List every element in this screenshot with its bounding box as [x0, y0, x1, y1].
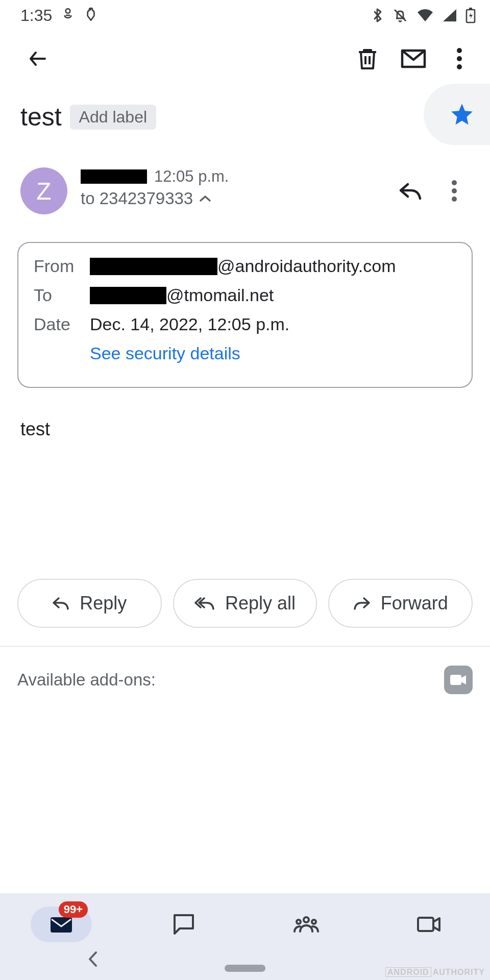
svg-point-5 [457, 48, 462, 53]
status-time: 1:35 [20, 6, 52, 25]
battery-icon [465, 7, 476, 23]
addon-video-app[interactable] [444, 666, 473, 694]
to-redacted [90, 287, 166, 304]
forward-button[interactable]: Forward [328, 579, 473, 628]
svg-point-9 [452, 188, 457, 193]
meet-icon [416, 915, 441, 934]
nav-meet[interactable] [398, 906, 459, 942]
svg-point-8 [452, 180, 457, 185]
back-button[interactable] [17, 38, 58, 79]
svg-point-6 [457, 56, 462, 61]
sender-time: 12:05 p.m. [154, 167, 229, 186]
sender-header: Z 12:05 p.m. to 2342379333 [0, 147, 490, 227]
mail-icon [50, 915, 73, 934]
to-domain: @tmomail.net [166, 285, 274, 305]
from-value: @androidauthority.com [90, 256, 396, 276]
date-value: Dec. 14, 2022, 12:05 p.m. [90, 314, 289, 334]
date-label: Date [34, 314, 90, 334]
signal-icon [442, 8, 457, 22]
mark-unread-button[interactable] [393, 38, 434, 79]
action-row: Reply Reply all Forward [0, 579, 490, 628]
status-bar: 1:35 [0, 0, 490, 31]
svg-point-7 [457, 64, 462, 69]
from-domain: @androidauthority.com [217, 256, 396, 276]
status-right [372, 7, 476, 23]
watermark: ANDROIDAUTHORITY [385, 968, 485, 977]
wifi-icon [416, 8, 434, 22]
add-label-chip[interactable]: Add label [70, 105, 156, 130]
svg-point-1 [89, 8, 92, 11]
nav-chat[interactable] [153, 906, 214, 942]
svg-rect-11 [450, 675, 461, 685]
dnd-off-icon [392, 7, 408, 23]
from-redacted [90, 258, 217, 275]
more-options-button[interactable] [439, 38, 480, 79]
forward-label: Forward [381, 593, 448, 614]
video-icon [450, 674, 467, 686]
chevron-up-icon [199, 194, 211, 203]
reply-icon-button[interactable] [390, 170, 431, 211]
subject-row: test Add label [0, 87, 490, 147]
from-label: From [34, 256, 90, 276]
forward-icon [353, 596, 371, 610]
svg-point-15 [312, 920, 316, 924]
system-back-button[interactable] [87, 950, 99, 970]
sender-avatar[interactable]: Z [20, 167, 67, 214]
nav-spaces[interactable] [276, 906, 337, 942]
addons-label: Available add-ons: [17, 670, 156, 690]
email-body: test [0, 388, 490, 542]
svg-rect-16 [418, 918, 433, 931]
sender-meta: 12:05 p.m. to 2342379333 [81, 167, 377, 208]
addons-row: Available add-ons: [0, 654, 490, 705]
recipient-summary: to 2342379333 [81, 189, 193, 208]
system-home-pill[interactable] [225, 965, 265, 972]
star-button[interactable] [424, 84, 490, 145]
divider [0, 646, 490, 647]
reply-all-icon [194, 596, 215, 610]
mail-badge: 99+ [59, 901, 88, 918]
status-app-icon-2 [84, 7, 97, 23]
details-to-row: To @tmomail.net [34, 285, 456, 305]
reply-icon [52, 596, 69, 610]
nav-mail[interactable]: 99+ [31, 906, 92, 942]
sender-name-line: 12:05 p.m. [81, 167, 377, 186]
reply-all-label: Reply all [225, 593, 296, 614]
message-more-button[interactable] [434, 170, 475, 211]
bluetooth-icon [372, 7, 384, 23]
svg-point-10 [452, 197, 457, 202]
svg-rect-12 [51, 917, 72, 933]
delete-button[interactable] [347, 38, 388, 79]
email-subject: test [20, 102, 62, 132]
chat-icon [173, 913, 195, 936]
bottom-nav: 99+ ANDROIDAUTHORITY [0, 893, 490, 980]
reply-all-button[interactable]: Reply all [173, 579, 317, 628]
recipient-toggle[interactable]: to 2342379333 [81, 189, 377, 208]
reply-button[interactable]: Reply [17, 579, 162, 628]
sender-name-redacted [81, 169, 147, 184]
svg-point-13 [304, 917, 309, 922]
header-actions [390, 167, 475, 211]
details-date-row: Date Dec. 14, 2022, 12:05 p.m. [34, 314, 456, 334]
svg-point-0 [66, 9, 70, 13]
details-from-row: From @androidauthority.com [34, 256, 456, 276]
svg-rect-3 [469, 8, 472, 10]
to-value: @tmomail.net [90, 285, 274, 305]
svg-point-14 [297, 920, 301, 924]
reply-label: Reply [80, 593, 127, 614]
status-left: 1:35 [20, 6, 97, 25]
app-bar [0, 31, 490, 87]
status-app-icon-1 [61, 8, 75, 23]
security-details-link[interactable]: See security details [90, 344, 456, 363]
to-label: To [34, 285, 90, 305]
people-icon [293, 915, 320, 934]
details-card: From @androidauthority.com To @tmomail.n… [17, 242, 473, 388]
